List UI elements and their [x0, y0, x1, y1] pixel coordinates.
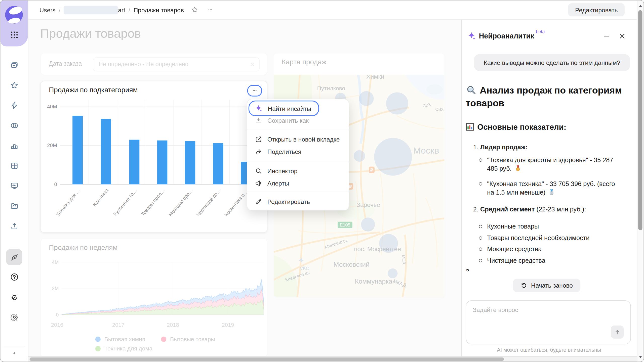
user-question-bubble: Какие выводы можно сделать по этим данны… — [474, 54, 630, 71]
sidebar-item-help[interactable] — [10, 273, 19, 282]
map-bubble-6 — [361, 217, 375, 232]
sidebar-item-neuro-active[interactable] — [6, 249, 22, 265]
sidebar-item-connections[interactable] — [10, 101, 19, 110]
map-label: Москв — [413, 145, 439, 156]
sidebar-item-dashboards[interactable] — [10, 161, 19, 170]
bullet-segment-2: Моющие средства — [487, 245, 623, 253]
collapse-sidebar-icon[interactable] — [11, 350, 17, 356]
date-filter-input[interactable]: Не определено - Не определено — [93, 58, 260, 72]
datalens-logo-icon[interactable] — [5, 6, 23, 24]
neuro-analyst-panel: Нейроаналитик beta Какие выводы можно сд… — [461, 19, 636, 359]
menu-item-4[interactable]: Инспектор — [251, 165, 345, 177]
breadcrumb-masked-tail[interactable]: art — [118, 6, 125, 13]
svg-text:E105: E105 — [340, 222, 350, 228]
scrollbar-thumb[interactable] — [638, 10, 642, 230]
vertical-scrollbar[interactable] — [637, 1, 643, 362]
horizontal-scrollbar-thumb[interactable] — [30, 357, 504, 361]
top-bar: Users / art / Продажи товаров Редактиров… — [28, 1, 643, 20]
pencil-icon — [255, 198, 262, 205]
menu-item-1[interactable]: Сохранить как — [251, 114, 345, 126]
download-icon — [255, 116, 262, 124]
refresh-icon — [520, 282, 528, 289]
sidebar-item-charts[interactable] — [10, 141, 19, 150]
date-filter-value: Не определено - Не определено — [99, 61, 188, 67]
bar-3[interactable] — [157, 141, 167, 184]
weekly-chart-widget: Продажи по неделям 4M2M02016201720182019… — [40, 239, 267, 357]
minimize-icon[interactable] — [602, 32, 611, 40]
svg-text:0: 0 — [56, 312, 59, 318]
svg-text:0: 0 — [54, 182, 57, 187]
send-button[interactable] — [611, 326, 624, 339]
clear-filter-icon[interactable] — [249, 61, 255, 68]
list-item-2: 2. Средний сегмент (22-23 млн руб.): — [473, 206, 630, 213]
legend-dot — [95, 336, 101, 342]
app-window: Users / art / Продажи товаров Редактиров… — [0, 0, 644, 362]
list-item-1: 1. Лидер продаж: — [473, 144, 630, 151]
menu-divider — [247, 129, 349, 129]
bar-5[interactable] — [213, 143, 223, 185]
external-icon — [255, 135, 262, 143]
sidebar-item-storage[interactable] — [10, 202, 19, 211]
menu-divider — [247, 161, 349, 161]
sidebar-divider — [4, 346, 25, 346]
breadcrumb-current: Продажи товаров — [134, 6, 184, 13]
map-label: Московский — [334, 261, 370, 268]
sidebar-item-favorites[interactable] — [10, 81, 19, 90]
close-icon[interactable] — [618, 32, 626, 40]
svg-text:2016: 2016 — [51, 322, 63, 328]
legend-item[interactable]: Бытовые товары — [161, 336, 215, 342]
share-icon — [255, 148, 262, 155]
favorite-star-icon[interactable] — [190, 6, 199, 14]
svg-text:2017: 2017 — [112, 322, 125, 328]
edit-button[interactable]: Редактировать — [568, 3, 625, 16]
sidebar-item-datasets[interactable] — [10, 121, 19, 130]
cutoff-list-item: 3. — [466, 268, 515, 271]
sidebar-item-monitoring[interactable] — [10, 182, 19, 191]
apps-grid-icon[interactable] — [10, 30, 19, 40]
bar-4[interactable] — [185, 141, 195, 184]
breadcrumb-users[interactable]: Users — [39, 6, 56, 13]
bar-0[interactable] — [72, 116, 83, 184]
sidebar-item-upload[interactable] — [10, 222, 19, 231]
restart-button[interactable]: Начать заново — [513, 279, 580, 292]
bullet-segment-1: Товары последней необходимости — [487, 234, 623, 242]
scroll-up-icon[interactable] — [639, 4, 642, 8]
gold-medal-emoji — [515, 165, 521, 171]
bar-1[interactable] — [101, 119, 111, 184]
svg-text:2019: 2019 — [222, 322, 234, 328]
area-chart: 4M2M02016201720182019 — [41, 239, 267, 336]
svg-text:Техника для …: Техника для … — [55, 188, 81, 217]
legend-item[interactable]: Техника для дома — [95, 345, 152, 352]
horizontal-scrollbar[interactable] — [28, 356, 637, 361]
question-input[interactable]: Задайте вопрос — [466, 300, 631, 344]
breadcrumb-masked-segment[interactable] — [64, 6, 118, 14]
bar-2[interactable] — [129, 140, 139, 184]
plug-icon — [10, 253, 19, 262]
analysis-heading: Анализ продаж по категориям товаров — [466, 84, 630, 110]
map-label: пос. Мосрентген — [354, 246, 401, 252]
legend-dot — [161, 336, 166, 342]
menu-item-2[interactable]: Открыть в новой вкладке — [251, 133, 345, 145]
sidebar-item-settings[interactable] — [10, 313, 19, 322]
map-label: Путилково — [317, 85, 345, 92]
svg-text:2018: 2018 — [167, 322, 179, 328]
megaphone-icon — [255, 179, 262, 187]
menu-item-5[interactable]: Алерты — [251, 177, 345, 189]
sidebar — [1, 1, 28, 362]
sidebar-item-collections[interactable] — [10, 61, 19, 70]
page-title: Продажи товаров — [40, 27, 141, 41]
menu-item-3[interactable]: Поделиться — [251, 145, 345, 158]
bullet-leader-2: "Кухонная техника" - 33 705 396 руб. (вс… — [487, 179, 623, 197]
sidebar-item-bug-report[interactable] — [10, 293, 19, 302]
more-actions-icon[interactable] — [206, 6, 214, 14]
menu-item-0[interactable]: Найти инсайты — [249, 101, 319, 116]
legend-item[interactable]: Бытовая химия — [95, 336, 145, 342]
svg-text:₽: ₽ — [370, 168, 373, 173]
map-bubble-2 — [386, 92, 408, 114]
svg-text:Товары посл…: Товары посл… — [140, 188, 166, 217]
scroll-down-icon[interactable] — [639, 355, 642, 359]
magnifier-icon — [255, 167, 262, 175]
date-filter-label: Дата заказа — [49, 60, 82, 67]
menu-item-6[interactable]: Редактировать — [251, 195, 345, 208]
svg-text:20M: 20M — [47, 143, 57, 148]
